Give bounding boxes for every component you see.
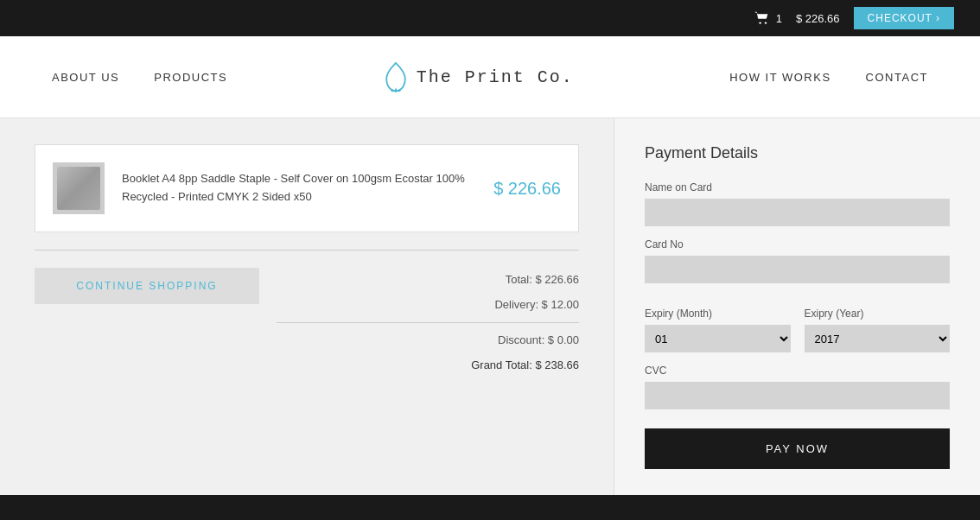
svg-point-1 bbox=[765, 22, 767, 23]
nav-how-it-works[interactable]: HOW IT WORKS bbox=[729, 71, 830, 84]
cart-actions: CONTINUE SHOPPING Total: $ 226.66 Delive… bbox=[35, 268, 579, 377]
cart-indicator: 1 bbox=[754, 11, 782, 25]
footer: Can't find what you're after? We can quo… bbox=[0, 495, 980, 520]
cart-count: 1 bbox=[776, 12, 782, 25]
expiry-year-select[interactable]: 2017 2018 2019 2020 2021 2022 2023 bbox=[805, 325, 951, 352]
discount-row: Discount: $ 0.00 bbox=[277, 328, 579, 353]
expiry-year-col: Exipry (Year) 2017 2018 2019 2020 2021 2… bbox=[805, 295, 951, 352]
card-no-input[interactable] bbox=[645, 256, 950, 283]
delivery-row: Delivery: $ 12.00 bbox=[277, 293, 579, 318]
continue-shopping-button[interactable]: CONTINUE SHOPPING bbox=[35, 268, 259, 304]
pay-now-button[interactable]: PAY NOW bbox=[645, 428, 950, 469]
nav-right: HOW IT WORKS CONTACT bbox=[729, 71, 928, 84]
nav-products[interactable]: PRODUCTS bbox=[154, 71, 227, 84]
top-bar: 1 $ 226.66 CHECKOUT › bbox=[0, 0, 980, 36]
logo-icon bbox=[384, 61, 408, 92]
logo[interactable]: The Print Co. bbox=[384, 61, 574, 92]
totals-divider bbox=[277, 322, 579, 323]
navigation: ABOUT US PRODUCTS The Print Co. HOW IT W… bbox=[0, 36, 980, 118]
cart-totals: Total: $ 226.66 Delivery: $ 12.00 Discou… bbox=[277, 268, 579, 377]
expiry-row: Expiry (Month) 01 02 03 04 05 06 07 08 0… bbox=[645, 295, 950, 352]
total-row: Total: $ 226.66 bbox=[277, 268, 579, 293]
expiry-month-label: Expiry (Month) bbox=[645, 308, 791, 320]
cart-item: Booklet A4 8pp Saddle Staple - Self Cove… bbox=[35, 144, 579, 232]
name-on-card-input[interactable] bbox=[645, 199, 950, 226]
payment-title: Payment Details bbox=[645, 144, 950, 162]
cart-section: Booklet A4 8pp Saddle Staple - Self Cove… bbox=[0, 118, 614, 495]
cvc-input[interactable] bbox=[645, 382, 950, 409]
main-content: Booklet A4 8pp Saddle Staple - Self Cove… bbox=[0, 118, 980, 495]
cart-price: $ 226.66 bbox=[796, 12, 840, 25]
product-name: Booklet A4 8pp Saddle Staple - Self Cove… bbox=[122, 170, 476, 206]
nav-contact[interactable]: CONTACT bbox=[866, 71, 928, 84]
payment-section: Payment Details Name on Card Card No Exp… bbox=[614, 118, 980, 495]
svg-point-0 bbox=[759, 22, 760, 23]
product-image bbox=[57, 167, 100, 210]
name-on-card-label: Name on Card bbox=[645, 181, 950, 193]
expiry-month-col: Expiry (Month) 01 02 03 04 05 06 07 08 0… bbox=[645, 295, 791, 352]
product-thumbnail bbox=[53, 162, 105, 214]
cvc-label: CVC bbox=[645, 365, 950, 377]
card-no-label: Card No bbox=[645, 238, 950, 250]
cart-divider bbox=[35, 250, 579, 250]
cart-icon bbox=[754, 11, 771, 25]
nav-left: ABOUT US PRODUCTS bbox=[52, 71, 227, 84]
checkout-button[interactable]: CHECKOUT › bbox=[854, 7, 954, 29]
logo-text: The Print Co. bbox=[417, 67, 574, 87]
grand-total-row: Grand Total: $ 238.66 bbox=[277, 353, 579, 378]
expiry-year-label: Exipry (Year) bbox=[805, 308, 951, 320]
product-price: $ 226.66 bbox=[493, 179, 561, 199]
expiry-month-select[interactable]: 01 02 03 04 05 06 07 08 09 10 11 12 bbox=[645, 325, 791, 352]
nav-about-us[interactable]: ABOUT US bbox=[52, 71, 119, 84]
